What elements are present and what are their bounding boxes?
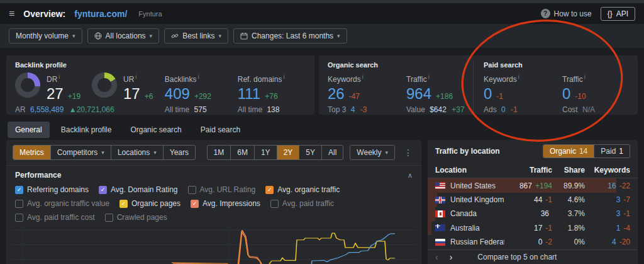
table-row[interactable]: Australia 17-1 1.8% 1-4 bbox=[428, 221, 638, 235]
ur-delta: +6 bbox=[145, 92, 153, 101]
performance-card: Metrics Competitors▾ Locations▾ Years 1M… bbox=[6, 140, 421, 264]
table-row[interactable]: United States 867+194 89.9% 16-22 bbox=[428, 178, 638, 192]
checkbox-avg-organic-traffic[interactable]: ✓Avg. organic traffic bbox=[265, 185, 340, 194]
prev-page-icon[interactable]: ‹ bbox=[435, 252, 438, 262]
ca-flag-icon bbox=[435, 210, 445, 217]
au-flag-icon bbox=[435, 224, 445, 231]
locations-label: All locations bbox=[106, 32, 146, 40]
checkbox-icon: ✓ bbox=[15, 186, 23, 194]
changes-dropdown[interactable]: Changes: Last 6 months ▾ bbox=[233, 28, 347, 43]
range-all-button[interactable]: All bbox=[321, 146, 343, 159]
api-button-label: API bbox=[616, 9, 628, 18]
monthly-volume-dropdown[interactable]: Monthly volume ▾ bbox=[9, 28, 82, 43]
chevron-down-icon: ▾ bbox=[385, 149, 388, 156]
tab-backlink-profile[interactable]: Backlink profile bbox=[53, 122, 119, 138]
time-range-group: 1M 6M 1Y 2Y 5Y All bbox=[207, 145, 344, 160]
stats-band: Backlink profile DRi 27 +19 AR 6,558,489 bbox=[0, 48, 644, 120]
stat-paid-keywords: Keywordsi 0 -1 Ads 0 -1 bbox=[484, 72, 562, 114]
us-flag-icon bbox=[435, 182, 445, 189]
checkbox-avg-paid-traffic[interactable]: ✓Avg. paid traffic bbox=[270, 199, 334, 208]
organic-toggle-button[interactable]: Organic14 bbox=[543, 145, 594, 158]
compare-top5-label[interactable]: Compare top 5 on chart bbox=[477, 253, 557, 261]
checkbox-icon: ✓ bbox=[105, 214, 113, 222]
checkbox-avg-domain-rating[interactable]: ✓Avg. Domain Rating bbox=[99, 185, 178, 194]
info-icon[interactable]: i bbox=[362, 74, 364, 80]
gb-flag-icon bbox=[435, 197, 445, 204]
chevron-down-icon: ▾ bbox=[337, 33, 340, 39]
performance-section: Performance ∧ ✓Referring domains ✓Avg. D… bbox=[6, 165, 421, 224]
stat-url-rating: URi 17 +6 bbox=[92, 72, 165, 114]
info-icon[interactable]: i bbox=[198, 74, 199, 80]
range-1y-button[interactable]: 1Y bbox=[254, 146, 277, 159]
dr-delta: +19 bbox=[68, 92, 80, 101]
checkbox-avg-organic-traffic-value[interactable]: ✓Avg. organic traffic value bbox=[15, 199, 109, 208]
organic-paid-toggle: Organic14 Paid1 bbox=[543, 144, 630, 158]
how-to-use-link[interactable]: ? How to use bbox=[541, 9, 592, 18]
info-icon[interactable]: i bbox=[428, 74, 430, 80]
next-page-icon[interactable]: › bbox=[450, 252, 453, 262]
ahrefs-rank: AR 6,558,489 ▲20,721,066 bbox=[15, 105, 92, 114]
traffic-by-location-card: Traffic by location Organic14 Paid1 Loca… bbox=[428, 140, 638, 264]
ru-flag-icon bbox=[435, 239, 445, 246]
checkbox-avg-paid-traffic-cost[interactable]: ✓Avg. paid traffic cost bbox=[15, 213, 95, 222]
ref-domains-value[interactable]: 111 bbox=[238, 85, 260, 102]
locations-mode-dropdown[interactable]: Locations▾ bbox=[111, 146, 163, 159]
tab-organic-search[interactable]: Organic search bbox=[123, 122, 189, 138]
chevron-down-icon: ▾ bbox=[153, 149, 157, 156]
best-links-dropdown[interactable]: Best links ▾ bbox=[164, 28, 228, 43]
checkbox-icon: ✓ bbox=[15, 214, 23, 222]
stat-backlinks: Backlinksi 409 +292 All time 575 bbox=[165, 72, 238, 114]
paid-search-section: Paid search Keywordsi 0 -1 Ads 0 -1 bbox=[473, 61, 629, 114]
checkbox-organic-pages[interactable]: ✓Organic pages bbox=[119, 199, 180, 208]
kebab-menu-icon[interactable]: ⋮ bbox=[401, 147, 415, 158]
info-icon[interactable]: i bbox=[58, 74, 60, 80]
competitors-dropdown[interactable]: Competitors▾ bbox=[50, 146, 111, 159]
paid-traffic-value[interactable]: 0 bbox=[562, 85, 570, 102]
range-2y-button[interactable]: 2Y bbox=[277, 146, 299, 159]
paid-keywords-value[interactable]: 0 bbox=[484, 85, 492, 102]
checkbox-crawled-pages[interactable]: ✓Crawled pages bbox=[105, 213, 167, 222]
chevron-down-icon: ▾ bbox=[72, 33, 75, 39]
organic-traffic-value[interactable]: 964 bbox=[406, 85, 431, 102]
globe-icon bbox=[94, 32, 102, 40]
hamburger-menu-icon[interactable]: ≡ bbox=[9, 8, 14, 20]
metrics-button[interactable]: Metrics bbox=[13, 146, 50, 159]
tab-paid-search[interactable]: Paid search bbox=[193, 122, 248, 138]
api-button[interactable]: {} API bbox=[601, 7, 635, 21]
range-6m-button[interactable]: 6M bbox=[230, 146, 254, 159]
checkbox-icon: ✓ bbox=[15, 200, 23, 208]
checkbox-icon: ✓ bbox=[270, 200, 279, 208]
locations-dropdown[interactable]: All locations ▾ bbox=[87, 28, 160, 43]
tab-general[interactable]: General bbox=[8, 122, 50, 138]
stat-paid-traffic: Traffici 0 -10 Cost N/A bbox=[562, 72, 595, 114]
checkbox-referring-domains[interactable]: ✓Referring domains bbox=[15, 185, 89, 194]
collapse-chevron-icon[interactable]: ∧ bbox=[408, 171, 413, 180]
checkbox-avg-url-rating[interactable]: ✓Avg. URL Rating bbox=[188, 185, 256, 194]
organic-keywords-value[interactable]: 26 bbox=[328, 85, 345, 102]
paid-toggle-button[interactable]: Paid1 bbox=[594, 145, 630, 158]
table-row[interactable]: Canada 36 3.7% 3-1 bbox=[428, 207, 638, 221]
target-domain-link[interactable]: fyntura.com/ bbox=[74, 9, 127, 19]
info-icon[interactable]: i bbox=[584, 74, 586, 80]
checkbox-avg-impressions[interactable]: ✓Avg. Impressions bbox=[191, 199, 260, 208]
braces-icon: {} bbox=[608, 9, 613, 18]
info-icon[interactable]: i bbox=[518, 74, 519, 80]
table-row[interactable]: Russian Federation 0-2 0% 4-20 bbox=[428, 235, 638, 249]
backlinks-value[interactable]: 409 bbox=[165, 85, 190, 102]
info-icon[interactable]: i bbox=[135, 74, 136, 80]
years-button[interactable]: Years bbox=[163, 146, 195, 159]
granularity-dropdown[interactable]: Weekly ▾ bbox=[350, 145, 395, 160]
filter-band: Monthly volume ▾ All locations ▾ Best li… bbox=[0, 24, 644, 48]
stat-ref-domains: Ref. domainsi 111 +76 All time 138 bbox=[238, 72, 306, 114]
checkbox-icon: ✓ bbox=[188, 186, 196, 194]
table-row[interactable]: United Kingdom 44-1 4.6% 3-7 bbox=[428, 193, 638, 207]
range-1m-button[interactable]: 1M bbox=[208, 146, 231, 159]
stat-organic-traffic: Traffici 964 +186 Value $642 +37 bbox=[406, 72, 465, 114]
ref-domains-delta: +76 bbox=[265, 92, 277, 101]
info-icon[interactable]: i bbox=[283, 74, 284, 80]
performance-chart[interactable] bbox=[6, 224, 421, 264]
range-5y-button[interactable]: 5Y bbox=[299, 146, 321, 159]
checkbox-icon: ✓ bbox=[265, 186, 274, 194]
metric-checkboxes: ✓Referring domains ✓Avg. Domain Rating ✓… bbox=[15, 185, 413, 222]
project-name: Fyntura bbox=[138, 10, 162, 18]
